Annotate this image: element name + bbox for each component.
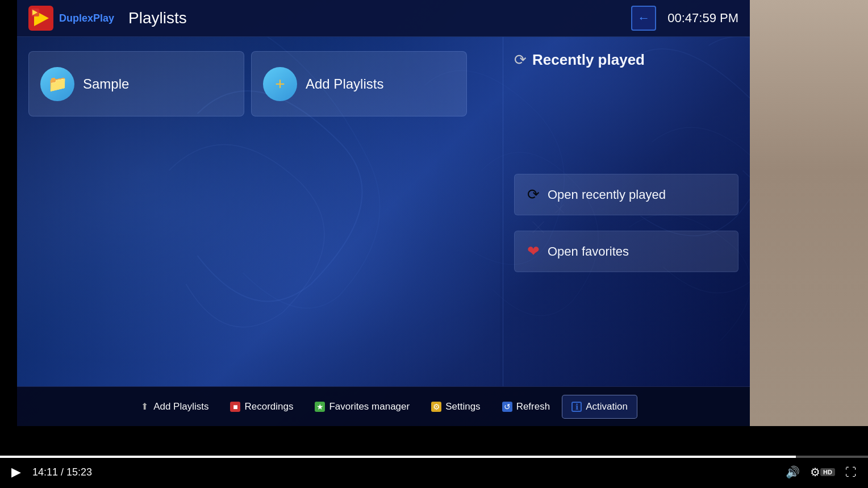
toolbar-favorites-manager-label: Favorites manager	[329, 401, 410, 412]
back-button[interactable]: ←	[631, 6, 656, 31]
controls-row: ▶ 14:11 / 15:23 🔊 ⚙ HD ⛶	[0, 465, 868, 488]
recently-played-btn-icon: ⟳	[527, 186, 540, 203]
bottom-toolbar: ⬆ Add Playlists ■ Recordings ★ Favorites…	[17, 386, 750, 426]
toolbar-add-playlists-label: Add Playlists	[153, 401, 208, 412]
volume-icon[interactable]: 🔊	[786, 465, 800, 479]
open-favorites-button[interactable]: ❤ Open favorites	[514, 231, 738, 272]
time-progress: 14:11 / 15:23	[32, 466, 92, 478]
playlist-grid: 📁 Sample + Add Playlists	[28, 51, 491, 116]
open-favorites-label: Open favorites	[548, 244, 629, 259]
sample-playlist-name: Sample	[83, 76, 129, 92]
toolbar-recordings-label: Recordings	[244, 401, 293, 412]
fullscreen-icon[interactable]: ⛶	[845, 466, 857, 479]
toolbar-activation[interactable]: ℹ Activation	[562, 395, 637, 419]
add-playlists-toolbar-icon: ⬆	[139, 402, 149, 412]
sample-playlist-icon: 📁	[40, 67, 74, 101]
favorites-btn-icon: ❤	[527, 243, 540, 260]
refresh-toolbar-icon: ↺	[502, 402, 512, 412]
main-content: 📁 Sample + Add Playlists	[17, 37, 503, 386]
time-display: 00:47:59 PM	[667, 11, 738, 26]
logo-area: DuplexPlay Playlists	[28, 6, 187, 31]
header-right: ← 00:47:59 PM	[631, 6, 738, 31]
toolbar-favorites-manager[interactable]: ★ Favorites manager	[305, 395, 419, 419]
toolbar-refresh[interactable]: ↺ Refresh	[493, 395, 560, 419]
sample-playlist-card[interactable]: 📁 Sample	[28, 51, 244, 116]
open-recently-played-button[interactable]: ⟳ Open recently played	[514, 174, 738, 215]
brand-name: DuplexPlay	[59, 12, 114, 24]
open-recently-played-label: Open recently played	[548, 187, 666, 202]
progress-bar-fill	[0, 456, 796, 458]
recordings-toolbar-icon: ■	[230, 402, 240, 412]
plus-icon: +	[275, 74, 285, 94]
toolbar-settings[interactable]: ⚙ Settings	[422, 395, 490, 419]
back-arrow-icon: ←	[637, 11, 650, 26]
toolbar-add-playlists[interactable]: ⬆ Add Playlists	[130, 395, 218, 419]
add-playlist-icon: +	[263, 67, 297, 101]
toolbar-recordings[interactable]: ■ Recordings	[220, 395, 303, 419]
page-title: Playlists	[128, 9, 187, 27]
recently-played-header: ⟳ Recently played	[514, 51, 738, 69]
toolbar-refresh-label: Refresh	[516, 401, 550, 412]
video-controls: ▶ 14:11 / 15:23 🔊 ⚙ HD ⛶	[0, 426, 868, 488]
play-icon: ▶	[11, 465, 21, 479]
settings-toolbar-icon: ⚙	[431, 402, 441, 412]
controls-right: 🔊 ⚙ HD ⛶	[786, 465, 857, 479]
add-playlists-card[interactable]: + Add Playlists	[251, 51, 467, 116]
activation-toolbar-icon: ℹ	[571, 402, 582, 412]
folder-icon: 📁	[48, 74, 68, 93]
hd-badge: HD	[820, 468, 835, 476]
add-playlists-label: Add Playlists	[306, 76, 383, 92]
right-panel: ⟳ Recently played ⟳ Open recently played…	[503, 37, 750, 386]
toolbar-activation-label: Activation	[586, 401, 628, 412]
play-button[interactable]: ▶	[11, 465, 21, 479]
app-header: DuplexPlay Playlists ← 00:47:59 PM	[17, 0, 750, 37]
progress-bar-container[interactable]	[0, 456, 868, 458]
recently-played-icon: ⟳	[514, 51, 527, 69]
toolbar-settings-label: Settings	[445, 401, 480, 412]
recently-played-title: Recently played	[532, 51, 645, 69]
app-logo	[28, 6, 53, 31]
settings-icon[interactable]: ⚙	[810, 465, 820, 479]
favorites-manager-toolbar-icon: ★	[315, 402, 325, 412]
